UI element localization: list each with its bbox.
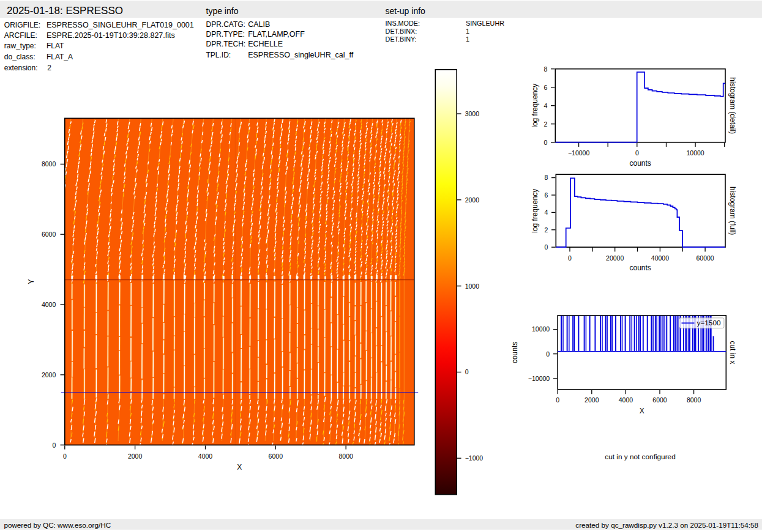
svg-text:8000: 8000 (42, 160, 56, 168)
svg-text:counts: counts (630, 264, 651, 272)
svg-text:cut in x: cut in x (728, 341, 737, 364)
svg-text:histogram (detail): histogram (detail) (728, 77, 737, 134)
svg-text:ESPRE.2025-01-19T10:39:28.827.: ESPRE.2025-01-19T10:39:28.827.fits (47, 31, 175, 40)
svg-text:2000: 2000 (585, 396, 599, 404)
svg-text:DPR.TYPE:: DPR.TYPE: (206, 30, 245, 39)
svg-text:DPR.TECH:: DPR.TECH: (206, 40, 246, 48)
svg-text:INS.MODE:: INS.MODE: (386, 20, 420, 27)
svg-text:2: 2 (544, 226, 548, 234)
svg-text:0: 0 (544, 243, 548, 251)
svg-text:60000: 60000 (696, 254, 714, 262)
svg-text:FLAT,LAMP,OFF: FLAT,LAMP,OFF (248, 30, 305, 39)
svg-text:histogram (full): histogram (full) (728, 187, 737, 235)
svg-text:created by qc_rawdisp.py v1.2.: created by qc_rawdisp.py v1.2.3 on 2025-… (575, 521, 758, 529)
svg-text:y=1500: y=1500 (697, 319, 721, 327)
svg-text:0: 0 (465, 368, 469, 375)
svg-text:2025-01-18: ESPRESSO: 2025-01-18: ESPRESSO (7, 5, 123, 17)
svg-text:SINGLEUHR: SINGLEUHR (466, 20, 504, 27)
svg-text:counts: counts (630, 159, 651, 168)
svg-text:4: 4 (543, 102, 547, 109)
svg-text:3000: 3000 (465, 110, 480, 117)
svg-text:0: 0 (568, 254, 572, 262)
svg-text:2000: 2000 (128, 453, 143, 460)
svg-text:2000: 2000 (42, 371, 56, 379)
svg-text:raw_type:: raw_type: (4, 42, 36, 50)
svg-text:Y: Y (27, 279, 35, 284)
svg-text:powered by QC: www.eso.org/HC: powered by QC: www.eso.org/HC (4, 521, 111, 529)
svg-text:DET.BINX:: DET.BINX: (386, 28, 417, 35)
svg-text:DPR.CATG:: DPR.CATG: (206, 20, 245, 29)
svg-text:DET.BINY:: DET.BINY: (386, 35, 417, 43)
svg-text:extension:: extension: (4, 64, 38, 72)
svg-text:1000: 1000 (465, 283, 480, 290)
svg-text:−10000: −10000 (568, 149, 589, 157)
svg-text:−10000: −10000 (528, 375, 550, 382)
svg-text:2: 2 (47, 64, 51, 72)
svg-text:ORIGFILE:: ORIGFILE: (4, 21, 40, 29)
svg-text:FLAT_A: FLAT_A (47, 53, 73, 61)
svg-text:FLAT: FLAT (47, 42, 64, 50)
svg-text:6000: 6000 (269, 453, 283, 460)
svg-text:type info: type info (206, 6, 239, 16)
svg-text:log frequency: log frequency (531, 189, 539, 233)
svg-text:set-up info: set-up info (386, 6, 426, 16)
svg-text:ESPRESSO_SINGLEUHR_FLAT019_000: ESPRESSO_SINGLEUHR_FLAT019_0001 (47, 21, 194, 29)
svg-text:0: 0 (63, 453, 67, 460)
svg-text:6: 6 (543, 84, 547, 91)
svg-text:8: 8 (543, 65, 547, 73)
svg-text:8: 8 (544, 174, 548, 181)
svg-text:4: 4 (544, 209, 548, 216)
svg-text:40000: 40000 (651, 254, 669, 262)
svg-text:ESPRESSO_singleUHR_cal_ff: ESPRESSO_singleUHR_cal_ff (248, 51, 354, 59)
svg-text:0: 0 (546, 350, 550, 358)
svg-text:2000: 2000 (465, 196, 480, 204)
svg-text:ARCFILE:: ARCFILE: (4, 31, 37, 40)
svg-text:−1000: −1000 (465, 454, 484, 462)
svg-text:1: 1 (466, 28, 469, 35)
svg-text:counts: counts (510, 342, 519, 363)
svg-text:4000: 4000 (619, 396, 633, 404)
svg-text:X: X (237, 463, 242, 471)
svg-text:TPL.ID:: TPL.ID: (206, 51, 231, 59)
svg-text:8000: 8000 (687, 396, 701, 404)
svg-text:10000: 10000 (532, 325, 550, 333)
svg-text:do_class:: do_class: (4, 53, 35, 61)
svg-text:0: 0 (543, 139, 547, 146)
svg-text:6000: 6000 (42, 231, 56, 238)
svg-text:0: 0 (635, 149, 639, 157)
svg-text:1: 1 (466, 35, 469, 43)
svg-text:0: 0 (52, 441, 56, 449)
svg-text:4000: 4000 (42, 301, 56, 308)
svg-text:ECHELLE: ECHELLE (248, 40, 283, 48)
svg-text:4000: 4000 (198, 453, 213, 460)
svg-text:10000: 10000 (686, 149, 704, 157)
svg-text:2: 2 (543, 120, 547, 128)
svg-text:20000: 20000 (606, 254, 624, 262)
svg-text:6: 6 (544, 191, 548, 199)
svg-text:CALIB: CALIB (248, 20, 270, 29)
svg-text:0: 0 (556, 396, 559, 404)
svg-text:X: X (640, 407, 644, 415)
svg-text:6000: 6000 (652, 396, 667, 404)
svg-text:8000: 8000 (339, 453, 354, 460)
svg-text:cut in y not configured: cut in y not configured (605, 453, 675, 461)
svg-text:log frequency: log frequency (531, 84, 539, 128)
